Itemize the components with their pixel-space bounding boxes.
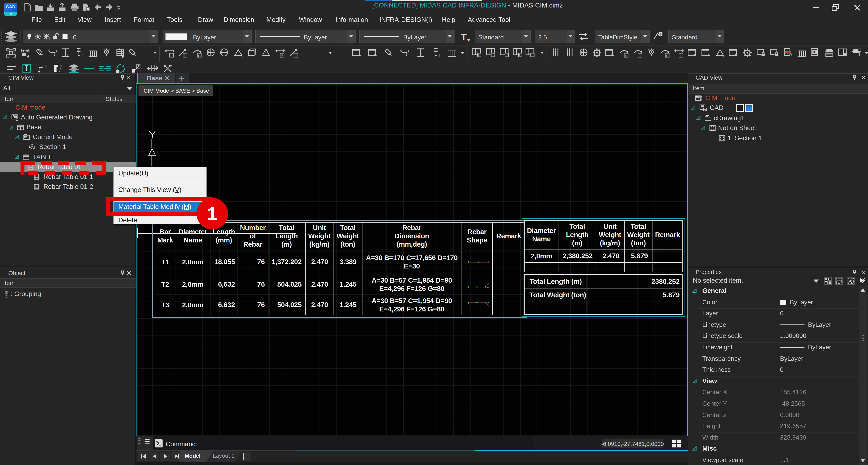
svg-text:i: i: [170, 54, 171, 57]
svg-text:i: i: [625, 54, 626, 57]
svg-text:T: T: [492, 53, 494, 57]
svg-text:i: i: [680, 54, 681, 57]
svg-text:S: S: [506, 53, 508, 57]
svg-text:i: i: [639, 54, 639, 57]
svg-text:L: L: [859, 49, 860, 52]
svg-text:i: i: [294, 54, 295, 57]
svg-text:T: T: [660, 33, 662, 36]
svg-text:AD: AD: [704, 109, 707, 111]
svg-text:i: i: [666, 54, 667, 57]
svg-text:3D: 3D: [812, 51, 816, 54]
svg-text:R: R: [281, 54, 283, 57]
svg-text:R: R: [478, 53, 480, 57]
svg-text:i: i: [184, 54, 185, 57]
svg-text:DWG: DWG: [24, 137, 28, 139]
svg-text:i: i: [198, 54, 199, 57]
svg-text:L: L: [531, 53, 533, 57]
svg-text:C: C: [519, 53, 522, 57]
svg-text:PDF: PDF: [785, 51, 791, 54]
